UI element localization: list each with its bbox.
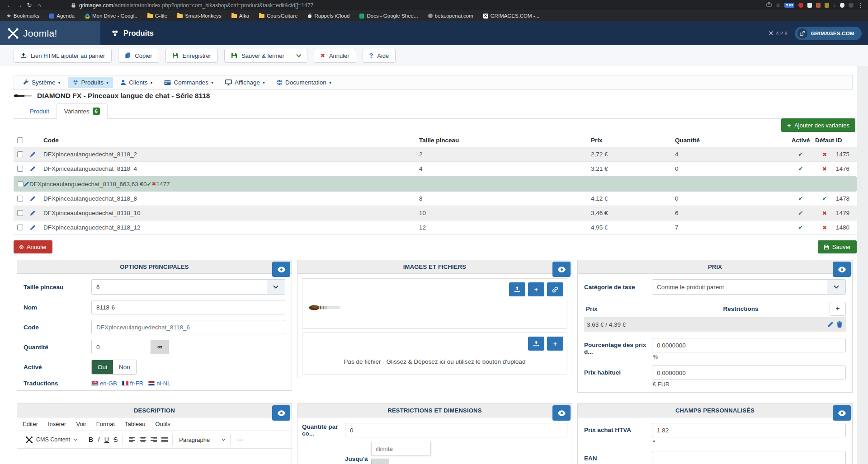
- extension-pen-icon[interactable]: [807, 3, 812, 8]
- menu-commandes[interactable]: Commandes▾: [160, 77, 218, 88]
- edit-pencil-icon[interactable]: [24, 181, 29, 187]
- eye-toggle-button[interactable]: [833, 262, 851, 277]
- eye-toggle-button[interactable]: [833, 405, 851, 421]
- edit-pencil-icon[interactable]: [30, 166, 43, 172]
- home-icon[interactable]: ⌂: [34, 2, 44, 9]
- align-justify-icon[interactable]: [161, 437, 168, 442]
- bookmark-rappels-icloud[interactable]: Rappels iCloud: [307, 13, 349, 19]
- bookmark-star-icon[interactable]: ☆: [776, 2, 781, 9]
- eye-toggle-button[interactable]: [272, 262, 290, 277]
- active-yes-button[interactable]: Oui: [92, 360, 113, 374]
- paragraph-dropdown[interactable]: Paragraphe: [175, 434, 231, 445]
- strikethrough-button[interactable]: S: [113, 436, 118, 443]
- select-all-checkbox[interactable]: [17, 137, 23, 143]
- menu-documentation[interactable]: Documentation▾: [272, 77, 336, 88]
- bookmark-smart-monkeys[interactable]: Smart-Monkeys: [177, 13, 222, 19]
- nom-input[interactable]: [91, 300, 285, 314]
- tab-variantes[interactable]: Variantes 6: [57, 103, 108, 119]
- back-icon[interactable]: ←: [5, 2, 14, 9]
- active-check-icon[interactable]: ✔: [788, 224, 813, 231]
- save-button[interactable]: Enregistrer: [165, 49, 218, 63]
- menu-systeme[interactable]: Système▾: [19, 77, 65, 88]
- editor-menu-format[interactable]: Format: [96, 421, 115, 427]
- edit-price-icon[interactable]: [827, 321, 834, 328]
- joomla-logo[interactable]: Joomla!: [0, 21, 100, 45]
- usual-price-input[interactable]: [652, 366, 846, 380]
- link-image-button[interactable]: [547, 282, 563, 296]
- row-checkbox[interactable]: [17, 210, 23, 216]
- add-image-button[interactable]: +: [528, 282, 544, 296]
- more-tools-button[interactable]: ⋯: [237, 436, 244, 443]
- table-row[interactable]: DFXpinceaulanguedechat_8118_4 4 3,21 € 0…: [14, 162, 857, 176]
- row-checkbox[interactable]: [18, 181, 24, 187]
- upload-file-button[interactable]: [528, 337, 544, 351]
- row-checkbox[interactable]: [17, 225, 23, 230]
- lang-nl-nl[interactable]: nl-NL: [148, 380, 170, 387]
- eye-toggle-button[interactable]: [552, 405, 571, 421]
- taille-select[interactable]: 6: [91, 279, 285, 295]
- active-no-button[interactable]: Non: [113, 360, 136, 374]
- help-button[interactable]: ? Aide: [363, 49, 396, 63]
- upto-input[interactable]: [371, 442, 431, 455]
- html-link-cart-button[interactable]: Lien HTML ajouter au panier: [14, 49, 112, 63]
- underline-button[interactable]: U: [104, 436, 109, 443]
- page-scroll-gutter[interactable]: [857, 66, 868, 464]
- reload-icon[interactable]: ↻: [24, 2, 34, 9]
- bookmark-docs[interactable]: Docs - Google Shee...: [359, 13, 418, 19]
- default-cross-icon[interactable]: ✖: [813, 151, 836, 158]
- table-row-selected[interactable]: DFXpinceaulanguedechat_8118_6 6 3,63 € 0…: [14, 176, 857, 192]
- variant-image[interactable]: [309, 302, 341, 312]
- extension-red-icon[interactable]: [798, 3, 803, 8]
- active-check-icon[interactable]: ✔: [788, 165, 813, 172]
- editor-content-area[interactable]: [17, 449, 292, 464]
- ean-input[interactable]: [652, 451, 846, 464]
- extension-dark-icon[interactable]: [849, 3, 854, 8]
- edit-pencil-icon[interactable]: [30, 151, 43, 157]
- qty-per-order-input[interactable]: [345, 423, 567, 437]
- copy-button[interactable]: Copier: [118, 49, 159, 63]
- align-left-icon[interactable]: [129, 437, 135, 442]
- bookmark-coursguitare[interactable]: CoursGuitare: [259, 13, 297, 19]
- menu-affichage[interactable]: Affichage▾: [221, 77, 269, 88]
- active-check-icon[interactable]: ✔: [147, 181, 152, 187]
- files-dropzone[interactable]: + Pas de fichier - Glissez & Déposez ici…: [302, 333, 567, 375]
- lang-fr-fr[interactable]: fr-FR: [122, 380, 144, 387]
- default-check-icon[interactable]: ✔: [813, 195, 836, 202]
- purchase-price-input[interactable]: [652, 423, 846, 437]
- infinity-button[interactable]: ∞: [151, 340, 169, 354]
- table-row[interactable]: DFXpinceaulanguedechat_8118_8 8 4,12 € 0…: [14, 192, 857, 206]
- bold-button[interactable]: B: [89, 436, 93, 443]
- save-variant-button[interactable]: Sauver: [818, 240, 857, 253]
- bookmark-alka[interactable]: Alka: [231, 13, 249, 19]
- edit-pencil-icon[interactable]: [30, 225, 43, 230]
- edit-pencil-icon[interactable]: [30, 196, 43, 202]
- save-options-caret[interactable]: [291, 49, 307, 63]
- cancel-button[interactable]: ✖ Annuler: [314, 49, 356, 63]
- url-bar[interactable]: grimages.com/administrator/index.php?opt…: [71, 2, 766, 9]
- bookmark-agenda[interactable]: Agenda: [49, 13, 75, 19]
- extension-arrow-icon[interactable]: ↓: [833, 2, 836, 9]
- browser-menu-icon[interactable]: ⋮: [858, 2, 863, 9]
- code-input[interactable]: [91, 320, 285, 334]
- editor-menu-view[interactable]: Voir: [76, 421, 86, 427]
- preview-site-button[interactable]: GRIMAGES.COM: [795, 27, 862, 40]
- menu-produits[interactable]: Produits▾: [68, 77, 113, 88]
- active-check-icon[interactable]: ✔: [788, 151, 813, 158]
- lang-en-gb[interactable]: en-GB: [91, 380, 117, 387]
- add-file-button[interactable]: +: [547, 337, 563, 351]
- edit-pencil-icon[interactable]: [30, 210, 43, 216]
- align-right-icon[interactable]: [151, 437, 157, 442]
- extension-badge-icon[interactable]: 5.63: [784, 3, 794, 8]
- extension-box-icon[interactable]: [816, 3, 821, 8]
- infinity-button[interactable]: ∞: [371, 459, 389, 464]
- table-row[interactable]: DFXpinceaulanguedechat_8118_12 12 4,95 €…: [14, 220, 857, 235]
- save-close-button[interactable]: Sauver & fermer: [224, 49, 291, 63]
- delete-price-icon[interactable]: [837, 321, 842, 328]
- images-dropzone[interactable]: +: [302, 278, 567, 329]
- default-cross-icon[interactable]: ✖: [813, 225, 836, 231]
- align-center-icon[interactable]: [140, 437, 146, 442]
- table-row[interactable]: DFXpinceaulanguedechat_8118_2 2 2,72 € 4…: [14, 147, 857, 162]
- active-check-icon[interactable]: ✔: [788, 210, 813, 216]
- editor-menu-insert[interactable]: Insérer: [48, 421, 66, 427]
- editor-menu-table[interactable]: Tableau: [125, 421, 146, 427]
